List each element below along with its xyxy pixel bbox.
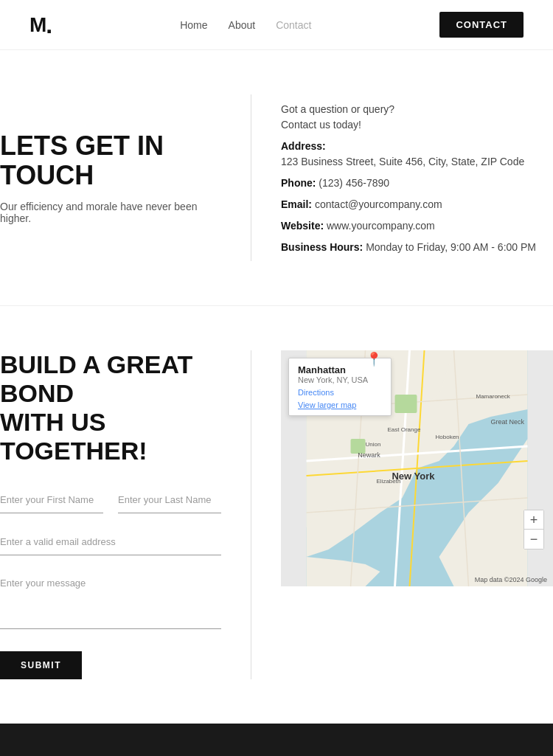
- contact-cta-button[interactable]: CONTACT: [439, 12, 524, 38]
- map-zoom-controls: + −: [524, 510, 544, 549]
- map-popup: 📍 Manhattan New York, NY, USA Directions…: [288, 358, 392, 416]
- svg-text:East Orange: East Orange: [388, 426, 421, 433]
- svg-text:Union: Union: [366, 441, 381, 448]
- logo: M.: [29, 13, 52, 37]
- name-row: [0, 486, 221, 528]
- view-larger-link[interactable]: View larger map: [298, 400, 382, 409]
- zoom-out-button[interactable]: −: [524, 530, 543, 549]
- website-field: Website: www.yourcompany.com: [281, 218, 553, 234]
- nav-links: Home About Contact: [180, 19, 311, 31]
- email-input[interactable]: [0, 528, 221, 555]
- nav-home[interactable]: Home: [180, 19, 207, 31]
- left-heading-col: LETS GET IN TOUCH Our efficiency and mor…: [0, 94, 251, 261]
- svg-text:Elizabeth: Elizabeth: [377, 478, 401, 485]
- svg-text:Great Neck: Great Neck: [491, 418, 525, 426]
- map-pin-icon: 📍: [366, 351, 382, 367]
- location-sub: New York, NY, USA: [298, 375, 382, 384]
- submit-button[interactable]: SUBMIT: [0, 651, 82, 679]
- map-container[interactable]: New York Newark Elizabeth Union East Ora…: [281, 350, 553, 586]
- first-name-input[interactable]: [0, 486, 103, 513]
- footer: M. ADDRESS 123 Business Street, Suite 45…: [0, 724, 553, 756]
- main-heading: LETS GET IN TOUCH: [0, 131, 221, 190]
- nav-contact[interactable]: Contact: [276, 19, 311, 31]
- svg-text:Mamaroneck: Mamaroneck: [476, 393, 511, 400]
- navbar: M. Home About Contact CONTACT: [0, 0, 553, 50]
- logo-m: M: [29, 13, 46, 37]
- svg-rect-13: [395, 395, 417, 413]
- hours-field: Business Hours: Monday to Friday, 9:00 A…: [281, 240, 553, 255]
- form-heading: BUILD A GREAT BOND WITH US TOGETHER!: [0, 350, 221, 465]
- svg-text:Hoboken: Hoboken: [436, 434, 459, 440]
- sub-heading: Our efficiency and morale have never bee…: [0, 201, 221, 224]
- contact-info-col: Got a question or query? Contact us toda…: [251, 94, 553, 261]
- nav-about[interactable]: About: [229, 19, 256, 31]
- last-name-input[interactable]: [118, 486, 221, 513]
- message-input[interactable]: [0, 570, 221, 629]
- directions-link[interactable]: Directions: [298, 388, 334, 397]
- map-attribution: Map data ©2024 Google: [475, 576, 547, 583]
- svg-text:Newark: Newark: [358, 451, 380, 459]
- form-col: BUILD A GREAT BOND WITH US TOGETHER! SUB…: [0, 350, 251, 679]
- contact-info-section: LETS GET IN TOUCH Our efficiency and mor…: [0, 50, 553, 305]
- form-map-section: BUILD A GREAT BOND WITH US TOGETHER! SUB…: [0, 305, 553, 724]
- contact-intro: Got a question or query? Contact us toda…: [281, 102, 553, 133]
- phone-field: Phone: (123) 456-7890: [281, 176, 553, 191]
- map-col: New York Newark Elizabeth Union East Ora…: [251, 350, 553, 679]
- address-field: Address: 123 Business Street, Suite 456,…: [281, 139, 553, 170]
- zoom-in-button[interactable]: +: [524, 510, 543, 530]
- email-field: Email: contact@yourcompany.com: [281, 197, 553, 212]
